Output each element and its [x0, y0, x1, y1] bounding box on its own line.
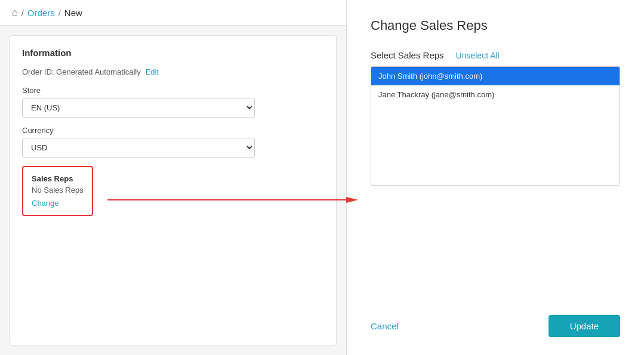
reps-list[interactable]: John Smith (john@smith.com) Jane Thackra…	[371, 66, 620, 186]
sales-reps-change-link[interactable]: Change	[32, 199, 59, 208]
breadcrumb: ⌂ / Orders / New	[0, 0, 346, 26]
store-group: Store EN (US)	[22, 86, 324, 118]
separator-2: /	[58, 8, 61, 18]
order-id-row: Order ID: Generated Automatically Edit	[22, 67, 324, 76]
sales-reps-title: Sales Reps	[32, 174, 84, 183]
sales-reps-box: Sales Reps No Sales Reps Change	[22, 166, 93, 216]
panel-title: Change Sales Reps	[371, 18, 620, 33]
currency-label: Currency	[22, 126, 324, 135]
orders-link[interactable]: Orders	[27, 8, 55, 18]
rep-item-john[interactable]: John Smith (john@smith.com)	[371, 67, 620, 85]
update-button[interactable]: Update	[549, 315, 620, 337]
cancel-button[interactable]: Cancel	[371, 321, 399, 331]
store-select[interactable]: EN (US)	[22, 98, 255, 118]
home-icon[interactable]: ⌂	[12, 7, 18, 18]
right-panel: Change Sales Reps Select Sales Reps Unse…	[346, 0, 644, 355]
currency-group: Currency USD	[22, 126, 324, 158]
form-container: Information Order ID: Generated Automati…	[10, 35, 337, 345]
select-label-row: Select Sales Reps Unselect All	[371, 50, 620, 60]
actions-row: Cancel Update	[371, 315, 620, 337]
sales-reps-value: No Sales Reps	[32, 186, 84, 195]
section-title: Information	[22, 48, 324, 58]
left-panel: ⌂ / Orders / New Information Order ID: G…	[0, 0, 346, 355]
rep-item-jane[interactable]: Jane Thackray (jane@smith.com)	[371, 85, 620, 104]
edit-link[interactable]: Edit	[146, 67, 159, 76]
select-sales-reps-label: Select Sales Reps	[371, 50, 444, 60]
unselect-all-link[interactable]: Unselect All	[456, 51, 500, 60]
currency-select[interactable]: USD	[22, 138, 255, 158]
separator-1: /	[21, 8, 24, 18]
breadcrumb-current: New	[64, 8, 82, 18]
order-id-label: Order ID: Generated Automatically	[22, 67, 141, 76]
store-label: Store	[22, 86, 324, 95]
